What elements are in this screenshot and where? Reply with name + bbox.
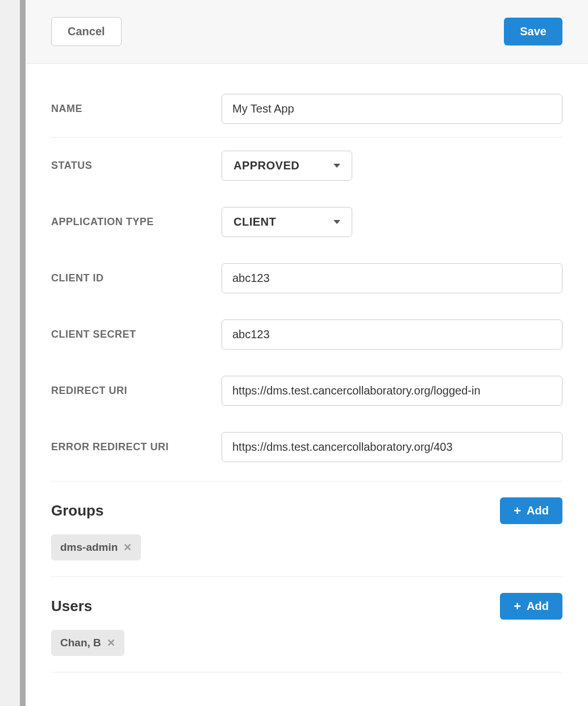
field-errorredirecturi-row: ERROR REDIRECT URI — [51, 419, 562, 475]
plus-icon: + — [514, 600, 521, 613]
field-errorredirecturi-label: ERROR REDIRECT URI — [51, 441, 222, 453]
cancel-button[interactable]: Cancel — [51, 17, 122, 46]
close-icon[interactable]: ✕ — [123, 542, 132, 553]
save-button[interactable]: Save — [504, 18, 562, 45]
client-secret-input[interactable] — [222, 319, 562, 350]
field-clientid-row: CLIENT ID — [51, 250, 562, 306]
field-redirecturi-label: REDIRECT URI — [51, 385, 222, 397]
status-select[interactable]: APPROVED — [222, 151, 352, 181]
user-tag-label: Chan, B — [60, 637, 101, 649]
group-tag-label: dms-admin — [60, 541, 118, 554]
groups-title: Groups — [51, 502, 103, 520]
field-status-label: STATUS — [51, 160, 222, 172]
add-group-label: Add — [527, 504, 549, 517]
main-panel: Cancel Save NAME STATUS APPROVED — [26, 0, 588, 706]
apptype-select[interactable]: CLIENT — [222, 207, 352, 237]
add-user-label: Add — [527, 600, 549, 613]
field-name-label: NAME — [51, 103, 222, 115]
add-user-button[interactable]: + Add — [500, 593, 562, 620]
chevron-down-icon — [333, 220, 340, 224]
chevron-down-icon — [333, 164, 340, 168]
add-group-button[interactable]: + Add — [500, 497, 562, 524]
apptype-select-value: CLIENT — [233, 215, 276, 229]
error-redirect-uri-input[interactable] — [222, 432, 562, 462]
field-redirecturi-row: REDIRECT URI — [51, 363, 562, 419]
field-clientsecret-label: CLIENT SECRET — [51, 329, 222, 340]
name-input[interactable] — [222, 94, 562, 124]
client-id-input[interactable] — [222, 263, 562, 293]
panel-divider — [20, 0, 26, 706]
users-title: Users — [51, 597, 92, 615]
field-apptype-row: APPLICATION TYPE CLIENT — [51, 194, 562, 250]
redirect-uri-input[interactable] — [222, 376, 562, 406]
groups-tag-row: dms-admin ✕ — [51, 524, 562, 577]
groups-section-header: Groups + Add — [51, 481, 562, 524]
form-content: NAME STATUS APPROVED APPLICATION TYPE — [26, 64, 588, 706]
field-clientid-label: CLIENT ID — [51, 272, 222, 284]
group-tag: dms-admin ✕ — [51, 534, 141, 560]
field-status-row: STATUS APPROVED — [51, 138, 562, 194]
field-apptype-label: APPLICATION TYPE — [51, 216, 222, 228]
users-tag-row: Chan, B ✕ — [51, 620, 562, 672]
status-select-value: APPROVED — [233, 159, 299, 172]
left-sliver — [0, 0, 20, 706]
field-name-row: NAME — [51, 81, 562, 138]
users-section-header: Users + Add — [51, 577, 562, 620]
field-clientsecret-row: CLIENT SECRET — [51, 306, 562, 363]
close-icon[interactable]: ✕ — [107, 638, 115, 648]
user-tag: Chan, B ✕ — [51, 630, 124, 656]
plus-icon: + — [514, 505, 521, 517]
form-header: Cancel Save — [26, 0, 588, 64]
